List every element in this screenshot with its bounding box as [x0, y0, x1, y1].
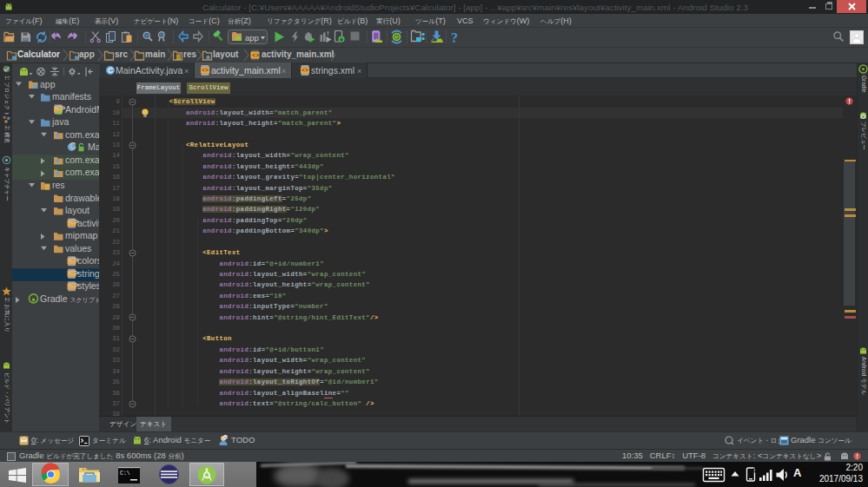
svg-text:com.exam: com.exam	[65, 129, 99, 140]
svg-text:Gradle スクリプト: Gradle スクリプト	[40, 293, 99, 304]
svg-text:strings.xml: strings.xml	[77, 268, 99, 279]
svg-text:C:\: C:\	[120, 471, 130, 477]
svg-text:<>: <>	[252, 52, 259, 59]
svg-text:app: app	[245, 33, 259, 43]
svg-text:com.exam: com.exam	[65, 167, 99, 177]
svg-text:values: values	[65, 243, 91, 253]
svg-text:AndroidManifest.xml: AndroidManifest.xml	[65, 104, 99, 115]
svg-text:colors.xml: colors.xml	[77, 255, 99, 266]
svg-text:drawable: drawable	[65, 193, 99, 203]
svg-text:app: app	[40, 79, 56, 89]
svg-text:activity_main.xml: activity_main.xml	[77, 218, 99, 228]
svg-text:res: res	[52, 180, 65, 190]
svg-text:styles.xml: styles.xml	[77, 280, 99, 291]
svg-text:java: java	[51, 116, 69, 127]
svg-text:C: C	[70, 141, 76, 151]
svg-text:!: !	[753, 468, 755, 474]
svg-text:MainActivity: MainActivity	[88, 141, 99, 152]
svg-text:?: ?	[451, 30, 458, 45]
svg-text:C: C	[108, 66, 113, 75]
svg-text:layout: layout	[65, 205, 89, 215]
svg-text:mipmap: mipmap	[65, 230, 98, 240]
svg-text:com.exam: com.exam	[65, 155, 99, 165]
svg-text:manifests: manifests	[52, 91, 91, 102]
